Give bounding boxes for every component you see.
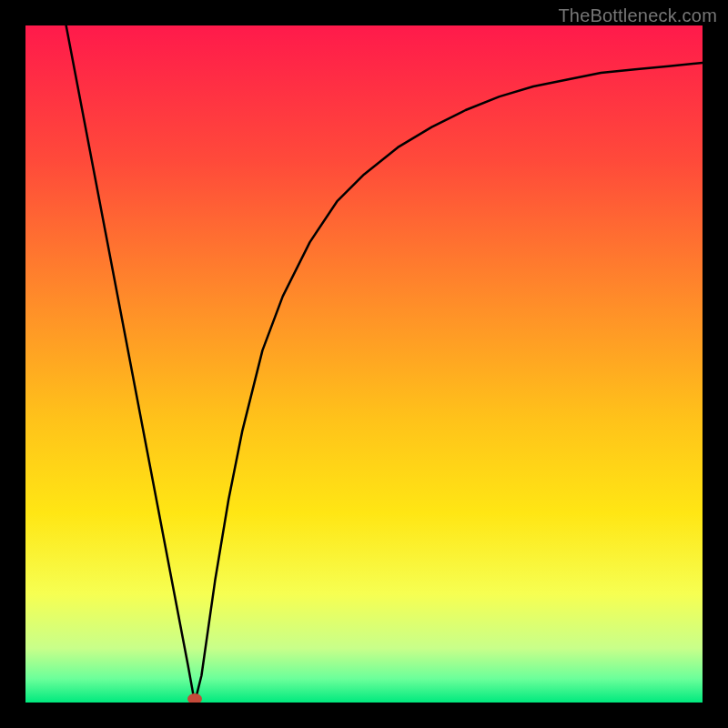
chart-background [25, 25, 703, 703]
attribution-text: TheBottleneck.com [558, 5, 717, 26]
chart-svg [25, 25, 703, 703]
chart-plot-area [25, 25, 703, 703]
chart-frame: TheBottleneck.com [0, 0, 728, 728]
